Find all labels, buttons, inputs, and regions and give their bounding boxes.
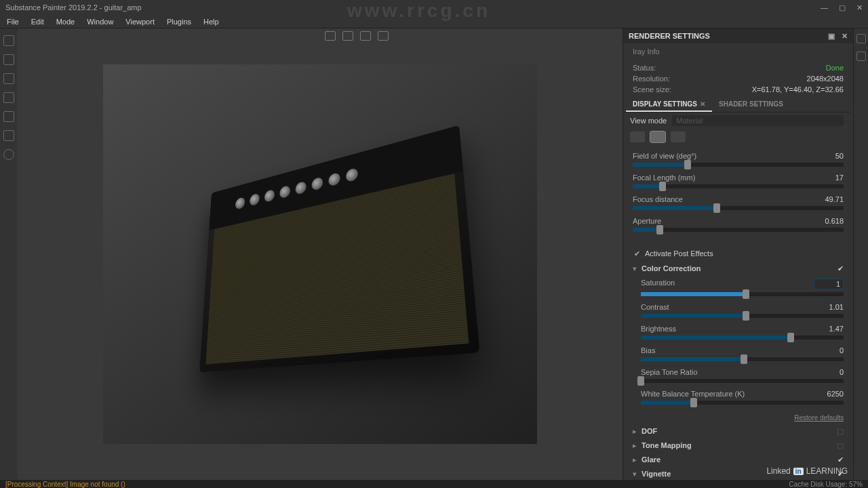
tool-icon[interactable] [3, 92, 14, 103]
slider-white-balance-temperature-k-: White Balance Temperature (K)6250 [641, 390, 844, 405]
resolution-value: 2048x2048 [807, 75, 844, 83]
restore-defaults-button[interactable]: Restore defaults [633, 411, 844, 424]
slider-value[interactable]: 1 [814, 279, 844, 289]
slider-thumb[interactable] [743, 311, 749, 321]
slider-label: Field of view (deg°) [633, 152, 696, 160]
slider-track[interactable] [633, 228, 844, 232]
amp-mesh [199, 125, 479, 373]
env-image-icon[interactable] [630, 131, 645, 142]
status-value: Done [826, 64, 844, 72]
tab-display-settings[interactable]: DISPLAY SETTINGS✕ [626, 98, 712, 112]
tab-shader-settings[interactable]: SHADER SETTINGS [712, 98, 790, 112]
slider-track[interactable] [633, 184, 844, 188]
group-glare[interactable]: ▸ Glare ✔ [633, 453, 844, 467]
slider-bias: Bias0 [641, 346, 844, 361]
iray-info-label: Iray Info [623, 43, 850, 58]
slider-value[interactable]: 49.71 [814, 195, 844, 203]
slider-track[interactable] [641, 314, 844, 318]
render-preview [103, 64, 537, 444]
menu-mode[interactable]: Mode [54, 16, 78, 27]
slider-track[interactable] [633, 206, 844, 210]
slider-thumb[interactable] [787, 333, 794, 342]
viewport-icon[interactable] [360, 31, 371, 41]
renderer-settings-header: RENDERER SETTINGS ▣ ✕ [623, 28, 853, 43]
slider-thumb[interactable] [659, 182, 666, 191]
slider-thumb[interactable] [743, 289, 749, 299]
group-enabled-box[interactable]: ▢ [837, 441, 844, 450]
menu-help[interactable]: Help [201, 16, 222, 27]
viewmode-label: View mode [630, 117, 667, 125]
slider-label: Bias [641, 346, 655, 354]
check-icon: ✔ [633, 249, 641, 258]
slider-value[interactable]: 1.01 [814, 303, 844, 311]
slider-label: White Balance Temperature (K) [641, 390, 745, 398]
tab-close-icon[interactable]: ✕ [700, 100, 705, 108]
slider-value[interactable]: 1.47 [814, 325, 844, 333]
slider-focus-distance: Focus distance49.71 [633, 195, 844, 210]
panel-popup-icon[interactable]: ▣ [828, 32, 835, 41]
viewport-icon[interactable] [342, 31, 353, 41]
minimize-button[interactable]: — [821, 3, 828, 12]
menu-plugins[interactable]: Plugins [164, 16, 194, 27]
group-enabled-check-icon[interactable]: ✔ [837, 264, 844, 273]
camera-settings-icon[interactable] [650, 131, 665, 142]
slider-track[interactable] [641, 401, 844, 405]
group-enabled-check-icon[interactable]: ✔ [837, 455, 844, 464]
viewport-icon[interactable] [325, 31, 336, 41]
group-color-correction[interactable]: ▾ Color Correction ✔ [633, 262, 844, 276]
slider-value[interactable]: 0 [814, 368, 844, 376]
menu-file[interactable]: File [4, 16, 22, 27]
slider-value[interactable]: 17 [814, 174, 844, 182]
status-bar: [Processing Context] Image not found () … [0, 480, 868, 488]
tool-icon[interactable] [3, 54, 14, 65]
slider-value[interactable]: 50 [814, 152, 844, 160]
viewmode-select[interactable]: Material [672, 115, 844, 126]
slider-thumb[interactable] [690, 398, 697, 407]
window-title: Substance Painter 2019.2.2 - guitar_amp [5, 3, 142, 12]
tool-icon[interactable] [3, 73, 14, 84]
slider-track[interactable] [641, 292, 844, 296]
menu-edit[interactable]: Edit [28, 16, 47, 27]
slider-value[interactable]: 6250 [814, 390, 844, 398]
chevron-right-icon: ▸ [633, 441, 639, 450]
right-dock-bar [853, 28, 868, 480]
slider-thumb[interactable] [637, 376, 644, 386]
slider-label: Saturation [641, 279, 675, 289]
menu-viewport[interactable]: Viewport [123, 16, 157, 27]
slider-track[interactable] [641, 357, 844, 361]
group-enabled-box[interactable]: ▢ [837, 427, 844, 436]
viewport-3d[interactable] [18, 28, 623, 480]
postfx-icon[interactable] [671, 131, 686, 142]
slider-track[interactable] [641, 336, 844, 340]
slider-label: Contrast [641, 303, 669, 311]
activate-post-effects-checkbox[interactable]: ✔ Activate Post Effects [633, 245, 844, 262]
linkedin-learning-badge: Linkedin LEARNING [766, 466, 848, 476]
resolution-label: Resolution: [633, 75, 670, 83]
slider-value[interactable]: 0 [814, 346, 844, 354]
chevron-down-icon: ▾ [633, 264, 639, 273]
viewport-mode-icons [325, 31, 389, 41]
slider-track[interactable] [633, 163, 844, 167]
tool-icon[interactable] [3, 111, 14, 122]
close-button[interactable]: ✕ [856, 3, 863, 12]
tool-icon[interactable] [3, 35, 14, 46]
tool-icon[interactable] [3, 130, 14, 141]
menu-window[interactable]: Window [84, 16, 116, 27]
slider-thumb[interactable] [656, 225, 663, 235]
right-panel: RENDERER SETTINGS ▣ ✕ Iray Info Status:D… [623, 28, 853, 480]
maximize-button[interactable]: ▢ [839, 3, 846, 12]
slider-value[interactable]: 0.618 [814, 217, 844, 225]
slider-track[interactable] [641, 379, 844, 383]
slider-label: Brightness [641, 325, 676, 333]
dock-icon[interactable] [856, 34, 866, 43]
slider-thumb[interactable] [684, 160, 691, 169]
slider-thumb[interactable] [741, 354, 747, 364]
panel-close-icon[interactable]: ✕ [842, 32, 848, 41]
slider-thumb[interactable] [713, 203, 720, 213]
tool-icon[interactable] [3, 149, 14, 160]
camera-icon[interactable] [378, 31, 389, 41]
scenesize-label: Scene size: [633, 85, 671, 94]
group-dof[interactable]: ▸ DOF ▢ [633, 424, 844, 439]
group-tone-mapping[interactable]: ▸ Tone Mapping ▢ [633, 439, 844, 453]
dock-icon[interactable] [856, 52, 866, 61]
